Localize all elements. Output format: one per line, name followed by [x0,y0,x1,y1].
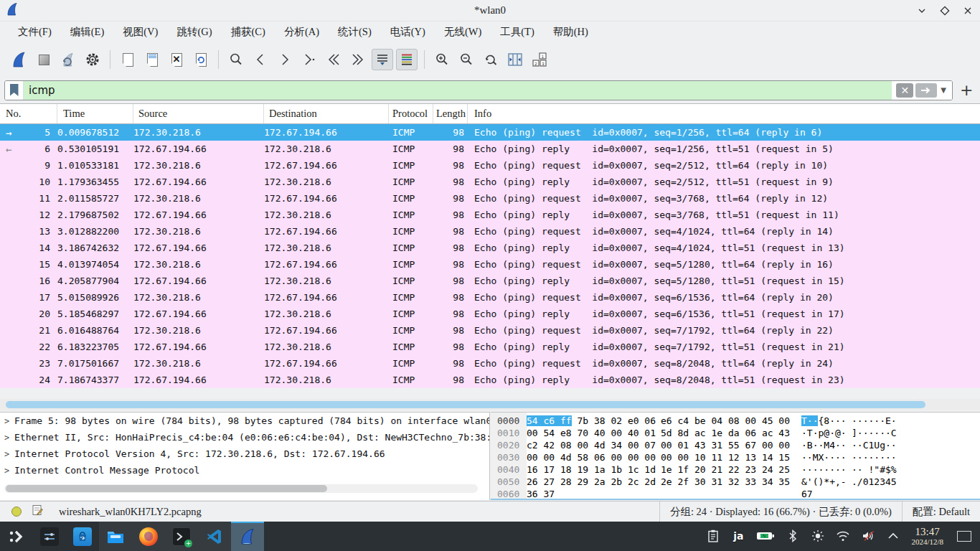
minimize-button[interactable] [917,6,927,16]
auto-scroll-button[interactable] [372,49,393,70]
column-source[interactable]: Source [133,104,264,123]
go-to-packet-button[interactable] [298,49,320,70]
hex-row[interactable]: 0040 16 17 18 19 1a 1b 1c 1d 1e 1f 20 21… [491,463,980,476]
hex-row[interactable]: 0000 54 c6 ff 7b 38 02 e0 06 e6 c4 be 04… [491,415,980,427]
show-desktop-button[interactable] [957,531,971,542]
brightness-icon[interactable] [811,529,825,543]
start-capture-button[interactable] [9,49,30,70]
detail-tree-row[interactable]: >Internet Protocol Version 4, Src: 172.3… [0,446,489,462]
packet-row[interactable]: 23 7.017501667 172.30.218.6 172.67.194.6… [0,355,980,372]
detail-tree-row[interactable]: >Internet Control Message Protocol [0,462,489,479]
firefox-button[interactable] [132,522,165,551]
save-file-button[interactable] [141,49,163,70]
discover-button[interactable] [66,522,99,551]
expand-chevron-icon[interactable]: > [4,466,14,476]
packet-row[interactable]: 11 2.011585727 172.30.218.6 172.67.194.6… [0,190,980,207]
menu-item[interactable]: 帮助(H) [544,22,598,42]
hex-row[interactable]: 0050 26 27 28 29 2a 2b 2c 2d 2e 2f 30 31… [491,476,980,488]
first-packet-button[interactable] [323,49,344,70]
menu-item[interactable]: 编辑(E) [61,22,114,42]
maximize-button[interactable] [940,6,950,16]
column-length[interactable]: Length [433,104,468,123]
detail-tree-row[interactable]: >Frame 5: 98 bytes on wire (784 bits), 9… [0,413,489,429]
packet-row[interactable]: →5 0.009678512 172.30.218.6 172.67.194.6… [0,124,980,141]
column-destination[interactable]: Destination [264,104,389,123]
go-forward-button[interactable] [274,49,296,70]
detail-hscrollbar-thumb[interactable] [6,485,327,492]
menu-item[interactable]: 统计(S) [329,22,381,42]
capture-comment-icon[interactable] [32,504,43,519]
normal-size-button[interactable]: 123 [529,49,550,70]
column-info[interactable]: Info [468,104,980,123]
profile-selector[interactable]: 配置: Default [902,501,980,522]
find-packet-button[interactable] [225,49,247,70]
capture-options-button[interactable] [82,49,103,70]
detail-hscrollbar[interactable] [4,484,478,493]
zoom-in-button[interactable] [431,49,453,70]
file-manager-button[interactable] [99,522,132,551]
menu-item[interactable]: 分析(A) [275,22,329,42]
packet-row[interactable]: 17 5.015089926 172.30.218.6 172.67.194.6… [0,289,980,306]
expand-chevron-icon[interactable]: > [4,449,14,459]
packet-row[interactable]: 24 7.186743377 172.67.194.66 172.30.218.… [0,372,980,388]
packet-row[interactable]: 20 5.185468297 172.67.194.66 172.30.218.… [0,306,980,322]
packet-row[interactable]: 22 6.183223705 172.67.194.66 172.30.218.… [0,339,980,355]
menu-item[interactable]: 工具(T) [491,22,544,42]
filter-apply-button[interactable] [915,83,937,98]
system-settings-button[interactable] [33,522,66,551]
column-protocol[interactable]: Protocol [389,104,433,123]
resize-columns-button[interactable] [504,49,526,70]
expand-chevron-icon[interactable]: > [4,416,14,426]
packet-list-hscrollbar[interactable] [0,399,980,410]
menu-item[interactable]: 跳转(G) [167,22,221,42]
packet-row[interactable]: 16 4.205877904 172.67.194.66 172.30.218.… [0,273,980,289]
hscrollbar-thumb[interactable] [6,401,925,408]
zoom-reset-button[interactable] [480,49,501,70]
terminal-button[interactable]: + [165,522,198,551]
packet-row[interactable]: 10 1.179363455 172.67.194.66 172.30.218.… [0,174,980,190]
restart-capture-button[interactable] [57,49,79,70]
column-time[interactable]: Time [57,104,133,123]
close-button[interactable] [963,6,973,16]
stop-capture-button[interactable] [33,49,55,70]
bluetooth-icon[interactable] [786,529,800,543]
wifi-icon[interactable] [836,529,850,543]
packet-row[interactable]: 14 3.186742632 172.67.194.66 172.30.218.… [0,240,980,256]
menu-item[interactable]: 视图(V) [113,22,167,42]
menu-item[interactable]: 捕获(C) [222,22,275,42]
colorize-button[interactable] [396,49,418,70]
reload-file-button[interactable] [190,49,212,70]
packet-row[interactable]: 15 4.013974054 172.30.218.6 172.67.194.6… [0,256,980,273]
filter-dropdown-arrow[interactable]: ▼ [939,86,948,94]
go-back-button[interactable] [250,49,271,70]
packet-row[interactable]: 9 1.010533181 172.30.218.6 172.67.194.66… [0,157,980,174]
zoom-out-button[interactable] [456,49,477,70]
hex-row[interactable]: 0060 36 37 67 [491,488,980,500]
filter-add-button[interactable]: + [960,81,973,99]
hex-row[interactable]: 0020 c2 42 08 00 4d 34 00 07 00 01 43 31… [491,439,980,451]
hex-row[interactable]: 0030 00 00 4d 58 06 00 00 00 00 00 10 11… [491,451,980,463]
clipboard-icon[interactable] [706,529,720,543]
wireshark-task-button[interactable] [231,522,264,551]
packet-row[interactable]: 12 2.179687502 172.67.194.66 172.30.218.… [0,207,980,223]
filter-clear-button[interactable]: ✕ [896,83,913,98]
detail-tree-row[interactable]: >Ethernet II, Src: HonHaiPrecis_c4:be:04… [0,429,489,446]
menu-item[interactable]: 电话(Y) [381,22,435,42]
app-launcher-button[interactable] [0,522,33,551]
expert-info-icon[interactable] [11,507,22,517]
filter-bookmark-button[interactable] [5,81,24,100]
display-filter-input[interactable]: icmp [24,81,892,100]
input-method-indicator[interactable]: ja [731,529,745,543]
column-no[interactable]: No. [0,104,57,123]
last-packet-button[interactable] [347,49,369,70]
packet-row[interactable]: 21 6.016488764 172.30.218.6 172.67.194.6… [0,322,980,339]
display-filter-field[interactable]: icmp ✕ ▼ [4,80,953,100]
tray-expand-chevron-icon[interactable] [886,529,900,543]
clock[interactable]: 13:47 2024/12/8 [911,527,943,546]
hex-row[interactable]: 0010 00 54 e8 70 40 00 40 01 5d 8d ac 1e… [491,427,980,439]
menu-item[interactable]: 无线(W) [435,22,491,42]
vscode-button[interactable] [198,522,231,551]
packet-row[interactable]: ←6 0.530105191 172.67.194.66 172.30.218.… [0,141,980,157]
battery-icon[interactable] [756,529,775,543]
new-file-button[interactable] [117,49,138,70]
